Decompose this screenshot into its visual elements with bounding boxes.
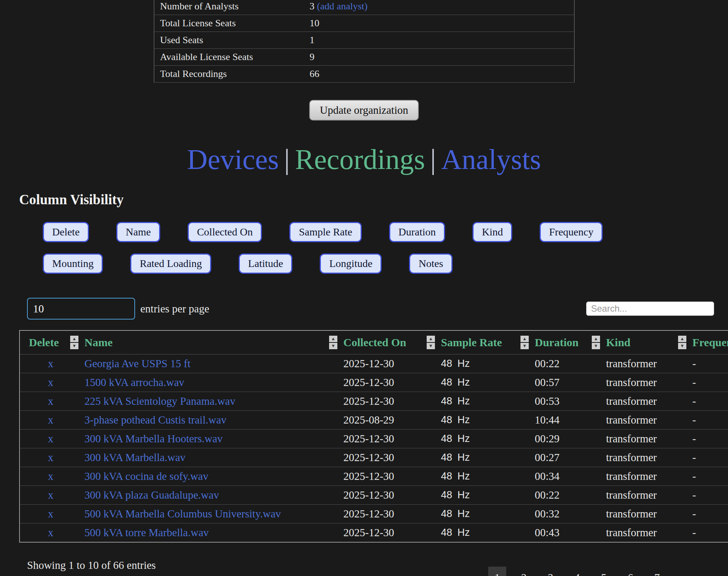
org-row: Total Recordings 66	[154, 66, 574, 83]
recording-link[interactable]: 225 kVA Scientology Panama.wav	[84, 395, 235, 407]
nav-devices-link[interactable]: Devices	[187, 143, 279, 175]
add-analyst-link[interactable]: (add analyst)	[317, 1, 368, 12]
sort-icon[interactable]: ▲▼	[592, 336, 600, 349]
search-input[interactable]	[586, 302, 714, 316]
colvis-toggle-notes[interactable]: Notes	[409, 253, 452, 274]
frequency-cell: -	[689, 411, 728, 430]
delete-cell: x	[20, 523, 81, 543]
frequency-cell: -	[689, 354, 728, 373]
sample-rate-cell: 48Hz	[438, 411, 532, 430]
header-delete[interactable]: Delete▲▼	[20, 330, 81, 354]
page-button-4[interactable]: 4	[568, 567, 586, 576]
sample-rate-cell: 48Hz	[438, 486, 532, 505]
delete-link[interactable]: x	[48, 451, 54, 463]
recording-link[interactable]: Georgia Ave USPS 15 ft	[84, 357, 190, 369]
colvis-toggle-duration[interactable]: Duration	[389, 222, 445, 242]
colvis-toggle-kind[interactable]: Kind	[472, 222, 512, 242]
colvis-toggle-collected-on[interactable]: Collected On	[188, 222, 262, 242]
colvis-toggle-frequency[interactable]: Frequency	[540, 222, 603, 242]
page-button-5[interactable]: 5	[595, 567, 613, 576]
sample-rate-cell: 48Hz	[438, 448, 532, 467]
delete-link[interactable]: x	[48, 414, 54, 426]
delete-cell: x	[20, 354, 81, 373]
page-button-1[interactable]: 1	[488, 567, 506, 576]
nav-recordings-link[interactable]: Recordings	[295, 143, 425, 175]
delete-link[interactable]: x	[48, 376, 54, 388]
sort-icon[interactable]: ▲▼	[678, 336, 686, 349]
page-button-2[interactable]: 2	[515, 567, 533, 576]
delete-cell: x	[20, 486, 81, 505]
table-row: x 3-phase pothead Custis trail.wav 2025-…	[20, 411, 728, 430]
delete-link[interactable]: x	[48, 433, 54, 445]
colvis-toggle-longitude[interactable]: Longitude	[320, 253, 382, 274]
delete-link[interactable]: x	[48, 508, 54, 520]
sort-icon[interactable]: ▲▼	[520, 336, 529, 349]
org-row-label: Available License Seats	[154, 49, 304, 66]
colvis-toggle-latitude[interactable]: Latitude	[239, 253, 292, 274]
org-row-value: 3 (add analyst)	[304, 0, 574, 15]
colvis-toggle-name[interactable]: Name	[116, 222, 160, 242]
colvis-toggle-sample-rate[interactable]: Sample Rate	[289, 222, 361, 242]
recording-link[interactable]: 1500 kVA arrocha.wav	[84, 376, 184, 388]
delete-link[interactable]: x	[48, 526, 54, 538]
column-visibility-row-2: Mounting Rated Loading Latitude Longitud…	[43, 253, 728, 274]
sample-rate-cell: 48Hz	[438, 523, 532, 543]
header-kind[interactable]: Kind▲▼	[603, 330, 689, 354]
header-frequency[interactable]: Frequency	[689, 330, 728, 354]
name-cell: 3-phase pothead Custis trail.wav	[81, 411, 340, 430]
table-row: x 300 kVA Marbella Hooters.wav 2025-12-3…	[20, 430, 728, 448]
frequency-cell: -	[689, 486, 728, 505]
sort-icon[interactable]: ▲▼	[70, 336, 78, 349]
delete-link[interactable]: x	[48, 357, 54, 369]
nav-analysts-link[interactable]: Analysts	[441, 143, 541, 175]
org-row: Available License Seats 9	[154, 49, 574, 66]
collected-cell: 2025-12-30	[340, 486, 438, 505]
name-cell: Georgia Ave USPS 15 ft	[81, 354, 340, 373]
sample-rate-cell: 48Hz	[438, 430, 532, 448]
recording-link[interactable]: 300 kVA plaza Guadalupe.wav	[84, 489, 219, 501]
recording-link[interactable]: 3-phase pothead Custis trail.wav	[84, 414, 227, 426]
kind-cell: transformer	[603, 467, 689, 486]
header-collected-on[interactable]: Collected On▲▼	[340, 330, 438, 354]
delete-cell: x	[20, 430, 81, 448]
delete-cell: x	[20, 467, 81, 486]
recording-link[interactable]: 300 kVA Marbella Hooters.wav	[84, 433, 223, 445]
delete-link[interactable]: x	[48, 489, 54, 501]
duration-cell: 00:22	[532, 486, 603, 505]
page-button-3[interactable]: 3	[541, 567, 560, 576]
recordings-table: Delete▲▼ Name▲▼ Collected On▲▼ Sample Ra…	[19, 330, 728, 543]
next-page-button[interactable]: ›	[675, 567, 693, 576]
kind-cell: transformer	[603, 486, 689, 505]
page-button-6[interactable]: 6	[621, 567, 639, 576]
delete-link[interactable]: x	[48, 470, 54, 482]
name-cell: 500 kVA torre Marbella.wav	[81, 523, 340, 543]
duration-cell: 00:43	[532, 523, 603, 543]
recording-link[interactable]: 300 kVA cocina de sofy.wav	[84, 470, 208, 482]
recording-link[interactable]: 300 kVA Marbella.wav	[84, 451, 185, 463]
delete-link[interactable]: x	[48, 395, 54, 407]
nav-separator: |	[279, 143, 295, 175]
header-sample-rate[interactable]: Sample Rate▲▼	[438, 330, 532, 354]
frequency-cell: -	[689, 373, 728, 392]
colvis-toggle-rated-loading[interactable]: Rated Loading	[130, 253, 211, 274]
name-cell: 225 kVA Scientology Panama.wav	[81, 392, 340, 411]
page-button-7[interactable]: 7	[648, 567, 666, 576]
delete-cell: x	[20, 373, 81, 392]
duration-cell: 00:27	[532, 448, 603, 467]
table-row: x 500 kVA Marbella Columbus University.w…	[20, 505, 728, 523]
header-duration[interactable]: Duration▲▼	[532, 330, 603, 354]
org-row-label: Total License Seats	[154, 15, 304, 32]
update-organization-button[interactable]: Update organization	[309, 100, 418, 121]
colvis-toggle-mounting[interactable]: Mounting	[43, 253, 103, 274]
entries-per-page-input[interactable]	[27, 298, 135, 320]
kind-cell: transformer	[603, 430, 689, 448]
recording-link[interactable]: 500 kVA Marbella Columbus University.wav	[84, 508, 281, 520]
nav-separator: |	[425, 143, 441, 175]
sort-icon[interactable]: ▲▼	[329, 336, 337, 349]
colvis-toggle-delete[interactable]: Delete	[43, 222, 89, 242]
sort-icon[interactable]: ▲▼	[427, 336, 435, 349]
header-name[interactable]: Name▲▼	[81, 330, 340, 354]
recording-link[interactable]: 500 kVA torre Marbella.wav	[84, 526, 209, 538]
kind-cell: transformer	[603, 448, 689, 467]
delete-cell: x	[20, 505, 81, 523]
